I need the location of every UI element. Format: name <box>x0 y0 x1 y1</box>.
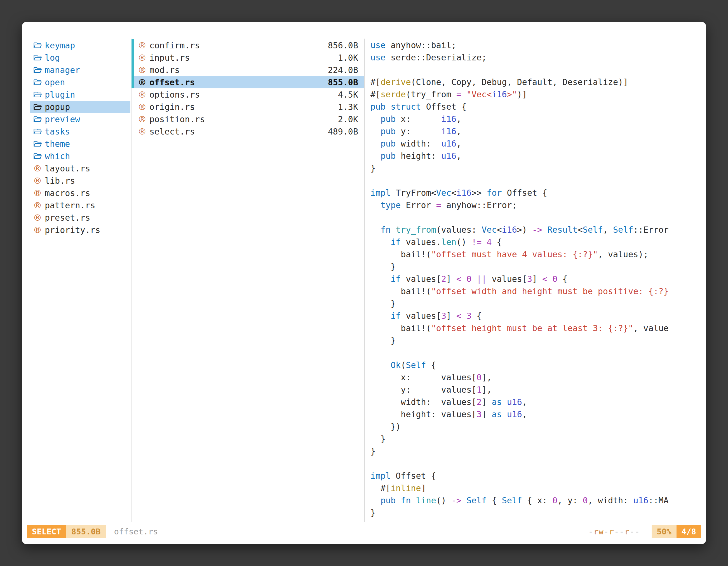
parent-item-manager[interactable]: manager <box>30 64 130 76</box>
item-label: mod.rs <box>149 65 180 75</box>
parent-item-plugin[interactable]: plugin <box>30 88 130 101</box>
file-item-confirm-rs[interactable]: ®confirm.rs856.0B <box>131 39 364 51</box>
file-item-select-rs[interactable]: ®select.rs489.0B <box>131 125 364 138</box>
code-token: , value <box>633 323 668 333</box>
file-preview-pane: use anyhow::bail;use serde::Deserialize;… <box>370 39 702 519</box>
folder-open-icon <box>32 115 43 123</box>
parent-item-preview[interactable]: preview <box>30 113 130 125</box>
item-label: layout.rs <box>45 164 90 173</box>
code-token: bail!( <box>370 250 431 259</box>
code-line: impl TryFrom<Vec<i16>> for Offset { <box>370 187 702 199</box>
item-label: theme <box>45 139 70 149</box>
perm-char: r <box>609 527 614 536</box>
code-token: pub <box>381 495 396 505</box>
code-token: height: values[ <box>370 409 476 419</box>
code-token: derive <box>381 77 411 87</box>
code-token: try_from <box>396 225 436 235</box>
code-token: ( <box>401 360 406 370</box>
rust-file-icon: ® <box>137 77 147 87</box>
code-token <box>461 495 466 505</box>
item-label: keymap <box>45 41 75 50</box>
status-bar: SELECT855.0B offset.rs -rw-r--r-- 50%4/8 <box>27 525 701 538</box>
code-token: , <box>456 114 461 124</box>
code-token: < <box>578 225 583 235</box>
rust-file-icon: ® <box>32 176 43 186</box>
code-token: i16 <box>441 114 456 124</box>
file-item-options-rs[interactable]: ®options.rs4.5K <box>131 88 364 101</box>
item-label: position.rs <box>149 114 205 124</box>
parent-item-priority-rs[interactable]: ®priority.rs <box>30 224 130 236</box>
parent-item-log[interactable]: log <box>30 51 130 64</box>
file-item-input-rs[interactable]: ®input.rs1.0K <box>131 51 364 64</box>
code-token: i16 <box>441 126 456 136</box>
code-token <box>370 311 391 321</box>
code-token <box>471 274 476 284</box>
folder-open-icon <box>32 53 43 62</box>
parent-item-open[interactable]: open <box>30 76 130 88</box>
parent-item-popup[interactable]: popup <box>30 101 130 113</box>
code-token: 0 <box>583 495 588 505</box>
code-token: , values); <box>598 250 649 259</box>
parent-item-layout-rs[interactable]: ®layout.rs <box>30 162 130 175</box>
perm-char: - <box>604 527 609 536</box>
parent-item-preset-rs[interactable]: ®preset.rs <box>30 212 130 224</box>
code-token <box>461 90 466 99</box>
parent-item-theme[interactable]: theme <box>30 138 130 150</box>
rust-file-icon: ® <box>137 90 147 100</box>
code-token: (values: <box>436 225 482 235</box>
file-size-badge: 855.0B <box>66 525 106 538</box>
perm-char: r <box>624 527 630 536</box>
code-line: } <box>370 507 702 519</box>
file-item-mod-rs[interactable]: ®mod.rs224.0B <box>131 64 364 76</box>
code-token: y: values[ <box>370 385 476 394</box>
parent-item-tasks[interactable]: tasks <box>30 125 130 138</box>
code-token: type <box>381 200 401 210</box>
item-label: origin.rs <box>149 102 195 112</box>
code-line: pub height: u16, <box>370 150 702 162</box>
code-token <box>482 237 487 247</box>
code-token: 3 <box>441 311 446 321</box>
code-line: } <box>370 445 702 457</box>
mode-badge: SELECT <box>27 525 66 538</box>
code-token <box>370 139 381 149</box>
parent-item-keymap[interactable]: keymap <box>30 39 130 51</box>
parent-item-macros-rs[interactable]: ®macros.rs <box>30 187 130 199</box>
rust-file-icon: ® <box>137 126 147 137</box>
code-token: pub <box>381 139 396 149</box>
perm-char: - <box>588 527 593 536</box>
perm-char: - <box>630 527 635 536</box>
code-token: } <box>370 163 375 173</box>
code-token: pub <box>370 102 386 112</box>
code-token <box>370 114 381 124</box>
parent-item-which[interactable]: which <box>30 150 130 162</box>
perm-char: w <box>598 527 603 536</box>
code-line: bail!("offset width and height must be p… <box>370 285 702 297</box>
code-token: as <box>492 409 502 419</box>
code-line: pub width: u16, <box>370 138 702 150</box>
code-token: } <box>370 508 375 518</box>
code-token: (try_from <box>406 90 456 99</box>
code-token: { <box>492 237 502 247</box>
scroll-percent-badge: 50% <box>652 525 676 538</box>
folder-open-icon <box>32 140 43 148</box>
perm-char: - <box>619 527 624 536</box>
item-label: options.rs <box>149 90 200 100</box>
code-token: if <box>391 237 401 247</box>
item-label: preset.rs <box>45 213 90 223</box>
code-token: = <box>456 90 461 99</box>
folder-open-icon <box>32 90 43 99</box>
perm-char: - <box>614 527 619 536</box>
file-item-offset-rs[interactable]: ®offset.rs855.0B <box>131 76 364 88</box>
code-token: height: <box>396 151 441 161</box>
code-token <box>370 151 381 161</box>
code-token: ] <box>446 274 456 284</box>
parent-item-pattern-rs[interactable]: ®pattern.rs <box>30 199 130 212</box>
code-token: 3 <box>527 274 532 284</box>
code-token: != <box>471 237 482 247</box>
file-item-origin-rs[interactable]: ®origin.rs1.3K <box>131 101 364 113</box>
file-item-position-rs[interactable]: ®position.rs2.0K <box>131 113 364 125</box>
rust-file-icon: ® <box>32 225 43 235</box>
parent-item-lib-rs[interactable]: ®lib.rs <box>30 175 130 187</box>
code-line: #[inline] <box>370 482 702 494</box>
code-token: Error <box>401 200 436 210</box>
